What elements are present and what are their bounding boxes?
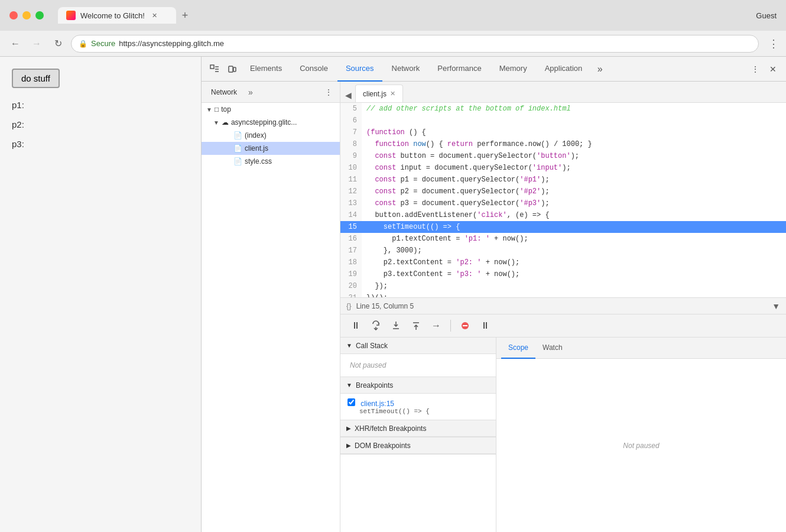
p3-label: p3:	[12, 139, 189, 149]
svg-rect-4	[229, 66, 233, 72]
address-bar: ← → ↻ 🔒 Secure https://asyncstepping.gli…	[0, 31, 786, 57]
domain-folder[interactable]: ▼ ☁ asyncstepping.glitc...	[202, 116, 340, 129]
devtools-close-button[interactable]: ✕	[765, 61, 781, 77]
more-sources-button[interactable]: »	[244, 86, 257, 99]
tab-close-button[interactable]: ✕	[152, 12, 157, 20]
code-editor[interactable]: 5 // add other scripts at the bottom of …	[340, 103, 786, 297]
right-bottom-panel: Scope Watch Not paused	[496, 338, 786, 532]
tab-performance[interactable]: Performance	[429, 57, 489, 82]
new-tab-button[interactable]: +	[176, 7, 194, 24]
tab-application[interactable]: Application	[537, 57, 591, 82]
step-button[interactable]: →	[428, 317, 444, 334]
dom-section: ▶ DOM Breakpoints	[340, 437, 496, 455]
code-line-14: 14 button.addEventListener('click', (e) …	[340, 209, 786, 221]
code-line-7: 7 (function () {	[340, 126, 786, 138]
watch-tab[interactable]: Watch	[535, 338, 570, 359]
close-tab-button[interactable]: ✕	[390, 90, 395, 98]
bottom-panels: ▼ Call Stack Not paused ▼ Breakpoints	[340, 338, 786, 532]
inspect-element-button[interactable]	[206, 61, 223, 77]
svg-rect-0	[210, 65, 214, 69]
scope-tab[interactable]: Scope	[501, 338, 535, 359]
traffic-lights	[9, 11, 44, 20]
breakpoints-arrow-icon: ▼	[346, 382, 352, 388]
cloud-icon: ☁	[222, 118, 229, 126]
index-file-label: (index)	[245, 131, 267, 140]
call-stack-arrow-icon: ▼	[346, 342, 352, 349]
tab-console[interactable]: Console	[291, 57, 336, 82]
breakpoint-label: client.js:15	[360, 400, 394, 408]
browser-tab[interactable]: Welcome to Glitch! ✕	[58, 7, 176, 24]
minimize-button[interactable]	[22, 11, 31, 20]
debug-toolbar: ⏸	[340, 314, 786, 338]
call-stack-header[interactable]: ▼ Call Stack	[340, 338, 496, 354]
do-stuff-button[interactable]: do stuff	[12, 69, 60, 88]
code-line-20: 20 });	[340, 280, 786, 292]
tab-memory[interactable]: Memory	[491, 57, 535, 82]
secure-text: Secure	[91, 39, 115, 48]
code-line-21: 21 })();	[340, 292, 786, 297]
file-panel-toolbar: Network » ⋮	[202, 82, 340, 103]
url-bar[interactable]: 🔒 Secure https://asyncstepping.glitch.me	[71, 35, 759, 53]
sources-panel-menu-button[interactable]: ⋮	[322, 86, 335, 99]
call-stack-content: Not paused	[340, 354, 496, 377]
debug-separator	[450, 320, 451, 332]
step-out-button[interactable]	[408, 317, 424, 334]
file-icon: 📄	[233, 131, 242, 140]
client-js-tab-label: client.js	[363, 90, 386, 98]
code-line-12: 12 const p2 = document.querySelector('#p…	[340, 186, 786, 197]
scope-empty-text: Not paused	[623, 442, 659, 450]
svg-rect-5	[233, 67, 236, 72]
code-line-6: 6	[340, 115, 786, 126]
code-line-13: 13 const p3 = document.querySelector('#p…	[340, 197, 786, 209]
device-toolbar-button[interactable]	[224, 61, 241, 77]
pause-resume-button[interactable]: ⏸	[347, 317, 364, 334]
breakpoints-section: ▼ Breakpoints client.js:15 setTimeout(()…	[340, 377, 496, 420]
breakpoint-checkbox[interactable]	[347, 398, 355, 406]
top-folder[interactable]: ▼ □ top	[202, 103, 340, 116]
browser-menu-button[interactable]: ⋮	[768, 37, 779, 50]
close-button[interactable]	[9, 11, 18, 20]
breakpoints-title: Breakpoints	[356, 381, 393, 390]
dom-arrow-icon: ▶	[346, 442, 351, 449]
network-sources-tab[interactable]: Network	[206, 82, 242, 103]
dom-header[interactable]: ▶ DOM Breakpoints	[340, 437, 496, 454]
maximize-button[interactable]	[35, 11, 44, 20]
guest-label: Guest	[756, 11, 777, 20]
deactivate-breakpoints-button[interactable]	[457, 317, 473, 334]
tab-elements[interactable]: Elements	[242, 57, 290, 82]
xhr-header[interactable]: ▶ XHR/fetch Breakpoints	[340, 420, 496, 437]
p1-label: p1:	[12, 100, 189, 110]
dom-title: DOM Breakpoints	[355, 442, 411, 450]
call-stack-section: ▼ Call Stack Not paused	[340, 338, 496, 377]
breakpoints-header[interactable]: ▼ Breakpoints	[340, 377, 496, 394]
style-css-label: style.css	[245, 157, 272, 166]
code-line-16: 16 p1.textContent = 'p1: ' + now();	[340, 233, 786, 245]
client-js-tab[interactable]: client.js ✕	[355, 85, 403, 102]
secure-icon: 🔒	[79, 40, 87, 48]
page-content: do stuff p1: p2: p3:	[0, 57, 201, 532]
devtools-settings-button[interactable]: ⋮	[747, 61, 764, 77]
client-js-label: client.js	[245, 144, 268, 153]
style-css-file[interactable]: 📄 style.css	[202, 155, 340, 168]
devtools-toolbar: Elements Console Sources Network Perform…	[202, 57, 786, 82]
file-tree: ▼ □ top ▼ ☁ asyncstepping.glitc... 📄	[202, 103, 340, 532]
index-file[interactable]: 📄 (index)	[202, 129, 340, 142]
xhr-arrow-icon: ▶	[346, 425, 351, 432]
breakpoint-item[interactable]: client.js:15 setTimeout(() => {	[340, 396, 496, 417]
tab-sources[interactable]: Sources	[337, 57, 382, 82]
code-panel-back-button[interactable]: ◀	[345, 90, 352, 102]
tab-network[interactable]: Network	[384, 57, 428, 82]
pause-on-exceptions-button[interactable]: ⏸	[477, 317, 493, 334]
step-into-button[interactable]	[388, 317, 404, 334]
more-tabs-button[interactable]: »	[592, 61, 608, 77]
reload-button[interactable]: ↻	[50, 35, 66, 52]
step-over-button[interactable]	[368, 317, 384, 334]
status-bar-dropdown-button[interactable]: ▼	[772, 301, 780, 311]
p2-label: p2:	[12, 119, 189, 129]
left-bottom-panel: ▼ Call Stack Not paused ▼ Breakpoints	[340, 338, 496, 532]
folder-icon: □	[215, 105, 219, 113]
forward-button[interactable]: →	[28, 35, 45, 52]
client-js-file[interactable]: 📄 client.js	[202, 142, 340, 155]
code-line-5: 5 // add other scripts at the bottom of …	[340, 103, 786, 115]
back-button[interactable]: ←	[7, 35, 24, 52]
